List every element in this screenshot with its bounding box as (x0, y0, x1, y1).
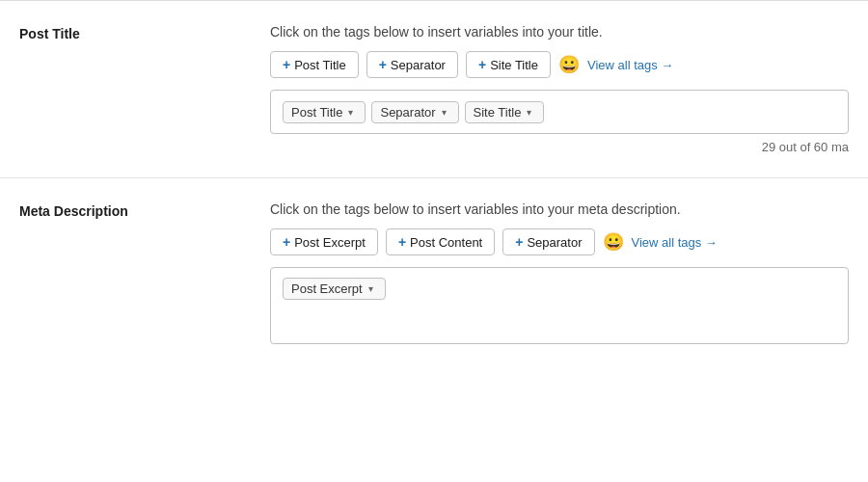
meta-description-section: Meta Description Click on the tags below… (0, 178, 868, 367)
separator-variable-tag[interactable]: Separator ▾ (371, 101, 458, 123)
add-meta-separator-button[interactable]: + Separator (502, 228, 594, 255)
add-site-title-label: Site Title (490, 58, 538, 72)
meta-emoji-button[interactable]: 😀 (603, 231, 624, 253)
post-title-content: Click on the tags below to insert variab… (270, 24, 849, 154)
separator-chevron-icon: ▾ (442, 107, 447, 118)
meta-view-all-tags-link[interactable]: View all tags → (632, 235, 718, 250)
post-excerpt-variable-tag[interactable]: Post Excerpt ▾ (283, 278, 386, 300)
add-separator-button[interactable]: + Separator (366, 51, 458, 78)
add-separator-label: Separator (391, 58, 446, 72)
add-post-content-button[interactable]: + Post Content (386, 228, 495, 255)
post-excerpt-chevron-icon: ▾ (368, 283, 373, 294)
add-post-content-label: Post Content (410, 235, 482, 250)
separator-variable-label: Separator (380, 105, 435, 120)
meta-description-tags-row: + Post Excerpt + Post Content + Separato… (270, 228, 849, 255)
plus-icon: + (398, 234, 406, 250)
add-post-excerpt-label: Post Excerpt (294, 235, 366, 250)
plus-icon: + (515, 234, 523, 250)
meta-description-label: Meta Description (19, 201, 270, 344)
post-title-instruction: Click on the tags below to insert variab… (270, 24, 849, 40)
plus-icon: + (478, 57, 486, 72)
emoji-button[interactable]: 😀 (558, 54, 580, 75)
plus-icon: + (379, 57, 387, 72)
meta-description-excerpt-box[interactable]: Post Excerpt ▾ (270, 267, 849, 344)
view-all-tags-link[interactable]: View all tags → (587, 58, 673, 72)
site-title-variable-tag[interactable]: Site Title ▾ (465, 101, 545, 123)
post-title-variable-row: Post Title ▾ Separator ▾ Site Title ▾ (270, 90, 849, 134)
add-post-title-button[interactable]: + Post Title (270, 51, 359, 78)
post-title-chevron-icon: ▾ (348, 107, 353, 118)
site-title-chevron-icon: ▾ (527, 107, 531, 118)
meta-description-instruction: Click on the tags below to insert variab… (270, 201, 849, 217)
plus-icon: + (283, 57, 290, 72)
meta-description-content: Click on the tags below to insert variab… (270, 201, 849, 344)
plus-icon: + (283, 234, 290, 250)
add-post-excerpt-button[interactable]: + Post Excerpt (270, 228, 378, 255)
page-container: Post Title Click on the tags below to in… (0, 0, 868, 482)
post-excerpt-variable-label: Post Excerpt (291, 281, 363, 296)
add-site-title-button[interactable]: + Site Title (466, 51, 551, 78)
post-title-tags-row: + Post Title + Separator + Site Title 😀 … (270, 51, 849, 78)
post-title-variable-tag[interactable]: Post Title ▾ (283, 101, 366, 123)
post-title-label: Post Title (19, 24, 270, 154)
post-title-variable-label: Post Title (291, 105, 342, 120)
char-count: 29 out of 60 ma (270, 140, 849, 154)
add-meta-separator-label: Separator (527, 235, 582, 250)
add-post-title-label: Post Title (294, 58, 345, 72)
post-title-section: Post Title Click on the tags below to in… (0, 1, 868, 178)
site-title-variable-label: Site Title (474, 105, 522, 120)
